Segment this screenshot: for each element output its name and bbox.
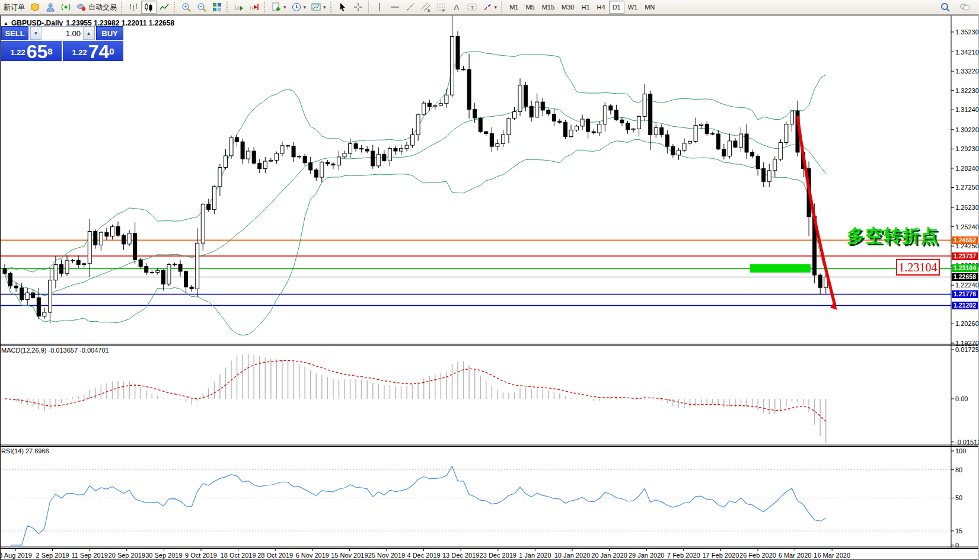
one-click-trading-panel: SELL ▼ ▲ BUY 1.22658 1.22740 bbox=[1, 26, 123, 61]
toolbar: 新订单 自动交易 ▾ ▾ ▾ E F A T ▾ M bbox=[0, 0, 979, 15]
price-callout-label[interactable]: 1.23104 bbox=[896, 259, 940, 276]
dropdown-caret-icon: ▾ bbox=[283, 4, 286, 10]
horizontal-line-icon bbox=[390, 2, 400, 12]
auto-scroll-icon bbox=[234, 2, 244, 12]
chart-canvas[interactable]: 1.352301.342101.332201.322301.312401.302… bbox=[0, 15, 979, 560]
chart-shift-icon bbox=[249, 2, 260, 12]
timeframe-H4[interactable]: H4 bbox=[594, 1, 609, 14]
bar-chart-button[interactable] bbox=[126, 1, 141, 14]
toolbar-grip bbox=[174, 2, 177, 12]
new-order-label: 新订单 bbox=[4, 2, 25, 12]
toolbar-grip bbox=[501, 2, 504, 12]
svg-text:F: F bbox=[442, 8, 445, 12]
volume-increase-button[interactable]: ▲ bbox=[83, 27, 94, 40]
chat-icon bbox=[959, 2, 971, 12]
trendline-icon bbox=[405, 2, 416, 12]
sell-price-button[interactable]: 1.22658 bbox=[1, 41, 62, 61]
tile-windows-button[interactable] bbox=[209, 1, 225, 14]
buy-price-button[interactable]: 1.22740 bbox=[63, 41, 123, 61]
volume-decrease-button[interactable]: ▼ bbox=[30, 27, 42, 40]
zoom-out-button[interactable] bbox=[194, 1, 209, 14]
search-button[interactable] bbox=[937, 1, 953, 14]
buy-price-small: 1.22 bbox=[72, 45, 87, 60]
signal-button[interactable] bbox=[58, 1, 74, 14]
buy-price-sup: 0 bbox=[109, 41, 114, 62]
svg-text:A: A bbox=[454, 3, 459, 12]
mt4-window: 新订单 自动交易 ▾ ▾ ▾ E F A T ▾ M bbox=[0, 0, 979, 560]
rsi-indicator-label: RSI(14) 27.6966 bbox=[1, 447, 49, 455]
sell-price-small: 1.22 bbox=[10, 45, 25, 60]
new-order-button[interactable]: 新订单 bbox=[1, 1, 27, 14]
svg-text:T: T bbox=[470, 5, 474, 11]
candlestick-chart-icon bbox=[143, 2, 154, 12]
timeframe-W1[interactable]: W1 bbox=[624, 1, 642, 14]
macd-indicator-label: MACD(12,26,9) -0.013657 -0.004701 bbox=[1, 347, 109, 354]
buy-button[interactable]: BUY bbox=[96, 26, 123, 40]
timeframe-M30[interactable]: M30 bbox=[558, 1, 578, 14]
label-icon: T bbox=[467, 2, 477, 12]
template-icon bbox=[311, 2, 321, 12]
arrows-icon bbox=[482, 2, 493, 12]
line-chart-icon bbox=[159, 2, 170, 12]
signal-icon bbox=[60, 2, 71, 12]
toolbar-separator bbox=[368, 1, 369, 13]
cursor-button[interactable] bbox=[335, 1, 350, 14]
toolbar-grip bbox=[330, 2, 333, 12]
text-button[interactable]: A bbox=[449, 1, 464, 14]
auto-scroll-button[interactable] bbox=[231, 1, 247, 14]
fibonacci-button[interactable]: F bbox=[433, 1, 449, 14]
sell-price-big: 65 bbox=[27, 43, 48, 60]
tile-windows-icon bbox=[212, 2, 222, 12]
chart-shift-button[interactable] bbox=[247, 1, 262, 14]
toolbar-grip bbox=[121, 2, 124, 12]
folder-icon bbox=[30, 2, 40, 12]
arrows-button[interactable]: ▾ bbox=[480, 1, 500, 14]
profile-button[interactable] bbox=[43, 1, 58, 14]
chart-list-icon: ▲ bbox=[4, 21, 8, 26]
clock-icon bbox=[291, 2, 302, 12]
timeframe-M1[interactable]: M1 bbox=[506, 1, 522, 14]
timeframe-group: M1M5M15M30H1H4D1W1MN bbox=[506, 1, 658, 14]
dropdown-caret-icon: ▾ bbox=[495, 4, 498, 10]
timeframe-H1[interactable]: H1 bbox=[578, 1, 594, 14]
line-chart-button[interactable] bbox=[157, 1, 172, 14]
svg-text:E: E bbox=[428, 8, 430, 12]
trendline-button[interactable] bbox=[403, 1, 418, 14]
text-label-button[interactable]: T bbox=[464, 1, 480, 14]
dropdown-caret-icon: ▾ bbox=[304, 4, 307, 10]
periods-button[interactable]: ▾ bbox=[289, 1, 309, 14]
toolbar-grip bbox=[264, 2, 267, 12]
indicators-icon bbox=[271, 2, 282, 12]
toolbar-grip bbox=[227, 2, 229, 12]
indicators-button[interactable]: ▾ bbox=[269, 1, 289, 14]
zoom-in-button[interactable] bbox=[178, 1, 194, 14]
search-icon bbox=[940, 2, 951, 12]
sell-price-sup: 8 bbox=[47, 41, 52, 62]
auto-trading-icon bbox=[76, 2, 87, 12]
zoom-out-icon bbox=[196, 2, 207, 12]
crosshair-button[interactable] bbox=[350, 1, 366, 14]
templates-button[interactable]: ▾ bbox=[308, 1, 329, 14]
chat-button[interactable] bbox=[956, 1, 973, 14]
text-icon: A bbox=[451, 2, 462, 12]
zoom-in-icon bbox=[181, 2, 192, 12]
turning-point-annotation[interactable]: 多空转折点 bbox=[847, 224, 939, 248]
timeframe-M15[interactable]: M15 bbox=[538, 1, 558, 14]
crosshair-icon bbox=[353, 2, 363, 12]
buy-price-big: 74 bbox=[88, 43, 110, 60]
horizontal-line-button[interactable] bbox=[387, 1, 403, 14]
vertical-line-button[interactable] bbox=[372, 1, 387, 14]
auto-trading-label: 自动交易 bbox=[88, 2, 117, 12]
sell-button[interactable]: SELL bbox=[1, 26, 28, 40]
data-folder-button[interactable] bbox=[27, 1, 43, 14]
equidistant-channel-button[interactable]: E bbox=[418, 1, 433, 14]
volume-input[interactable] bbox=[42, 27, 83, 40]
profile-icon bbox=[45, 2, 56, 12]
bar-chart-icon bbox=[128, 2, 139, 12]
timeframe-D1[interactable]: D1 bbox=[609, 1, 624, 14]
auto-trading-button[interactable]: 自动交易 bbox=[74, 1, 119, 14]
timeframe-MN[interactable]: MN bbox=[641, 1, 658, 14]
candlestick-chart-button[interactable] bbox=[141, 1, 157, 14]
timeframe-M5[interactable]: M5 bbox=[522, 1, 538, 14]
fibonacci-icon: F bbox=[436, 2, 447, 12]
